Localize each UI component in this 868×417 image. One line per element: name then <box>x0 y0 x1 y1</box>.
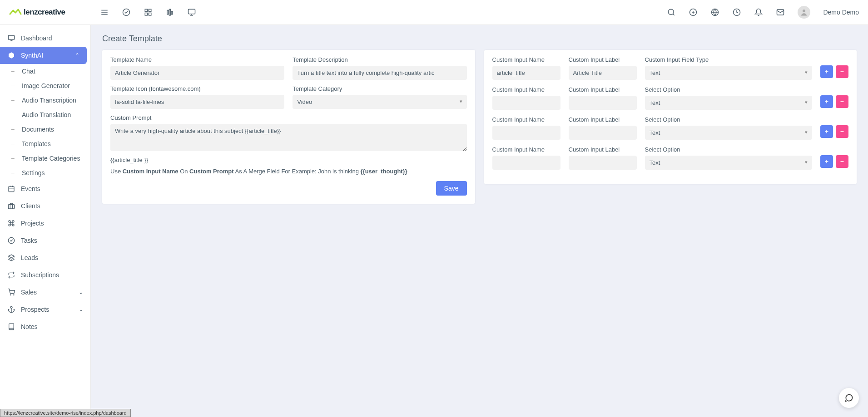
svg-marker-34 <box>8 255 14 258</box>
custom-input-type-select[interactable]: Text <box>645 126 813 140</box>
plus-circle-icon[interactable] <box>689 8 698 17</box>
menu-icon[interactable] <box>100 8 109 17</box>
template-description-input[interactable] <box>293 66 466 80</box>
svg-rect-4 <box>145 9 147 11</box>
grid-icon[interactable] <box>144 8 153 17</box>
label-template-description: Template Description <box>293 56 466 63</box>
sidebar-item-label: Notes <box>21 323 38 330</box>
chat-icon <box>844 393 853 402</box>
custom-input-name-field[interactable] <box>492 156 560 170</box>
layers-icon <box>7 254 15 262</box>
svg-point-14 <box>669 9 674 15</box>
sidebar-item-projects[interactable]: Projects <box>0 215 90 232</box>
custom-input-label-field[interactable] <box>569 66 637 80</box>
sidebar-sub-audio-translation[interactable]: Audio Translation <box>0 108 90 122</box>
columns-icon[interactable] <box>165 8 174 17</box>
clock-icon[interactable] <box>732 8 741 17</box>
custom-input-type-select[interactable]: Text <box>645 96 813 110</box>
sidebar: Dashboard SynthAI ⌃ Chat Image Generator… <box>0 25 91 417</box>
monitor-icon[interactable] <box>187 8 196 17</box>
user-name[interactable]: Demo Demo <box>823 9 859 16</box>
label-template-icon: Template Icon (fontawesome.com) <box>110 85 284 92</box>
label-select-option: Select Option <box>645 86 813 93</box>
sidebar-item-subscriptions[interactable]: Subscriptions <box>0 266 90 284</box>
chevron-down-icon: ⌄ <box>79 306 83 313</box>
command-icon <box>7 219 15 227</box>
remove-row-button[interactable] <box>836 125 848 138</box>
sidebar-item-dashboard[interactable]: Dashboard <box>0 29 90 47</box>
sidebar-item-tasks[interactable]: Tasks <box>0 232 90 249</box>
sidebar-item-label: Clients <box>21 202 40 210</box>
sidebar-item-sales[interactable]: Sales ⌄ <box>0 284 90 301</box>
remove-row-button[interactable] <box>836 95 848 108</box>
custom-input-label-field[interactable] <box>569 126 637 140</box>
svg-rect-10 <box>171 11 173 15</box>
custom-input-name-field[interactable] <box>492 126 560 140</box>
check-circle-icon[interactable] <box>122 8 131 17</box>
custom-input-row: Custom Input Name Custom Input Label Sel… <box>492 86 849 110</box>
label-custom-input-label: Custom Input Label <box>569 56 637 63</box>
sidebar-sub-chat[interactable]: Chat <box>0 64 90 78</box>
sidebar-item-label: Leads <box>21 254 38 261</box>
add-row-button[interactable] <box>820 65 833 78</box>
sidebar-item-prospects[interactable]: Prospects ⌄ <box>0 301 90 318</box>
brand-name: lenzcreative <box>24 8 65 17</box>
label-custom-input-name: Custom Input Name <box>492 86 560 93</box>
sidebar-item-synthai[interactable]: SynthAI ⌃ <box>0 47 87 64</box>
svg-rect-24 <box>8 35 14 39</box>
top-header: lenzcreative Demo Demo <box>0 0 868 25</box>
label-custom-input-name: Custom Input Name <box>492 116 560 123</box>
sidebar-sub-template-categories[interactable]: Template Categories <box>0 151 90 166</box>
cart-icon <box>7 288 15 296</box>
remove-row-button[interactable] <box>836 65 848 78</box>
template-category-select[interactable]: Video <box>293 95 466 109</box>
search-icon[interactable] <box>667 8 676 17</box>
custom-input-label-field[interactable] <box>569 96 637 110</box>
label-custom-input-label: Custom Input Label <box>569 146 637 153</box>
custom-input-name-field[interactable] <box>492 96 560 110</box>
template-name-input[interactable] <box>110 66 284 80</box>
sidebar-sub-image-generator[interactable]: Image Generator <box>0 78 90 93</box>
save-button[interactable]: Save <box>436 181 467 196</box>
merge-hint: {{article_title }} <box>110 157 467 163</box>
sidebar-item-events[interactable]: Events <box>0 180 90 197</box>
custom-input-row: Custom Input Name Custom Input Label Cus… <box>492 56 849 80</box>
page-title: Create Template <box>102 34 857 44</box>
anchor-icon <box>7 305 15 314</box>
add-row-button[interactable] <box>820 125 833 138</box>
label-custom-input-field-type: Custom Input Field Type <box>645 56 813 63</box>
sidebar-item-leads[interactable]: Leads <box>0 249 90 266</box>
sidebar-item-clients[interactable]: Clients <box>0 197 90 215</box>
sidebar-sub-documents[interactable]: Documents <box>0 122 90 137</box>
bell-icon[interactable] <box>754 8 763 17</box>
custom-input-label-field[interactable] <box>569 156 637 170</box>
svg-line-15 <box>673 14 675 15</box>
repeat-icon <box>7 271 15 279</box>
remove-row-button[interactable] <box>836 155 848 168</box>
sidebar-sub-settings[interactable]: Settings <box>0 166 90 180</box>
custom-prompt-textarea[interactable]: Write a very high-quality article about … <box>110 124 467 151</box>
custom-input-name-field[interactable] <box>492 66 560 80</box>
svg-point-33 <box>8 237 14 243</box>
avatar[interactable] <box>798 6 810 19</box>
add-row-button[interactable] <box>820 95 833 108</box>
sidebar-sub-audio-transcription[interactable]: Audio Transcription <box>0 93 90 108</box>
svg-point-3 <box>123 9 130 16</box>
brand-logo[interactable]: lenzcreative <box>9 8 65 17</box>
chevron-down-icon: ⌄ <box>79 289 83 295</box>
custom-input-type-select[interactable]: Text <box>645 156 813 170</box>
template-icon-input[interactable] <box>110 95 284 109</box>
label-custom-input-name: Custom Input Name <box>492 56 560 63</box>
custom-input-type-select[interactable]: Text <box>645 66 813 80</box>
brand-logo-icon <box>9 8 22 17</box>
globe-icon[interactable] <box>710 8 719 17</box>
sidebar-item-notes[interactable]: Notes <box>0 318 90 335</box>
sidebar-sub-templates[interactable]: Templates <box>0 137 90 151</box>
add-row-button[interactable] <box>820 155 833 168</box>
chat-bubble-button[interactable] <box>839 388 859 408</box>
mail-icon[interactable] <box>776 8 785 17</box>
svg-point-35 <box>10 294 10 295</box>
svg-rect-11 <box>188 9 195 14</box>
monitor-icon <box>7 34 15 42</box>
svg-rect-6 <box>145 13 147 15</box>
